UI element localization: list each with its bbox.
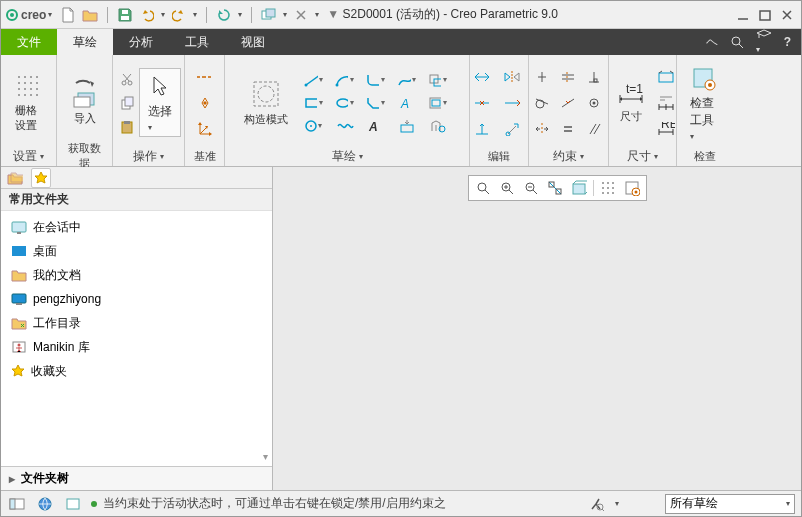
folder-working-dir[interactable]: 工作目录: [1, 311, 272, 335]
datum-point-icon[interactable]: [195, 93, 215, 113]
folder-tab-icon[interactable]: [5, 168, 25, 188]
help-icon[interactable]: ?: [784, 35, 791, 49]
coincident-icon[interactable]: [584, 93, 604, 113]
text2-icon[interactable]: A: [366, 116, 386, 136]
horizontal-icon[interactable]: [558, 67, 578, 87]
svg-point-78: [607, 187, 609, 189]
filter-combo[interactable]: 所有草绘▾: [665, 494, 795, 514]
rotate-resize-icon[interactable]: [502, 119, 522, 139]
zoom-in-icon[interactable]: [497, 178, 517, 198]
ref-dim-icon[interactable]: REF: [656, 119, 676, 139]
close-doc-icon[interactable]: [293, 7, 309, 23]
arc-icon[interactable]: ▾: [335, 70, 355, 90]
group-constraint-label[interactable]: 约束▾: [537, 146, 600, 166]
mirror-icon[interactable]: [502, 67, 522, 87]
folder-favorites[interactable]: 收藏夹: [1, 359, 272, 383]
text-icon[interactable]: A: [397, 93, 417, 113]
offset-icon[interactable]: ▾: [428, 70, 448, 90]
circle-icon[interactable]: ▾: [304, 116, 324, 136]
folder-desktop[interactable]: 桌面: [1, 239, 272, 263]
ellipse-icon[interactable]: ▾: [335, 93, 355, 113]
zoom-fit-icon[interactable]: [473, 178, 493, 198]
perimeter-dim-icon[interactable]: [656, 67, 676, 87]
tab-sketch[interactable]: 草绘: [57, 29, 113, 55]
status-window-icon[interactable]: [63, 494, 83, 514]
group-sketch-label[interactable]: 草绘▾: [233, 146, 461, 166]
search-icon[interactable]: [730, 35, 744, 49]
spline-icon[interactable]: ▾: [397, 70, 417, 90]
new-file-icon[interactable]: [60, 7, 76, 23]
folder-computer[interactable]: pengzhiyong: [1, 287, 272, 311]
group-settings-label[interactable]: 设置▾: [9, 146, 48, 166]
fillet-icon[interactable]: ▾: [366, 70, 386, 90]
equal-icon[interactable]: [558, 119, 578, 139]
baseline-dim-icon[interactable]: [656, 93, 676, 113]
save-icon[interactable]: [117, 7, 133, 23]
folder-documents[interactable]: 我的文档: [1, 263, 272, 287]
line-icon[interactable]: ▾: [304, 70, 324, 90]
file-menu[interactable]: 文件: [1, 29, 57, 55]
perpendicular-icon[interactable]: [584, 67, 604, 87]
group-dimension-label[interactable]: 尺寸▾: [617, 146, 668, 166]
divide-icon[interactable]: [472, 93, 492, 113]
import-button[interactable]: 导入: [64, 76, 106, 129]
scroll-indicator[interactable]: ▾: [263, 451, 268, 462]
centerline-icon[interactable]: [195, 67, 215, 87]
find-dropdown[interactable]: ▾: [615, 499, 619, 508]
svg-point-27: [128, 81, 132, 85]
rectangle-icon[interactable]: ▾: [304, 93, 324, 113]
cut-icon[interactable]: [117, 69, 137, 89]
regen-icon[interactable]: [216, 7, 232, 23]
display-style-icon[interactable]: [569, 178, 589, 198]
tab-analysis[interactable]: 分析: [113, 29, 169, 55]
grid-settings-button[interactable]: 栅格设置: [9, 70, 49, 136]
palette-icon[interactable]: [428, 116, 448, 136]
sketcher-display-icon[interactable]: [622, 178, 642, 198]
svg-point-21: [24, 94, 26, 96]
maximize-button[interactable]: [759, 9, 771, 21]
status-browser-icon[interactable]: [35, 494, 55, 514]
parallel-icon[interactable]: [584, 119, 604, 139]
folder-manikin[interactable]: Manikin 库: [1, 335, 272, 359]
windows-icon[interactable]: [261, 7, 277, 23]
learn-icon[interactable]: ▾: [756, 29, 772, 55]
folder-in-session[interactable]: 在会话中: [1, 215, 272, 239]
dimension-button[interactable]: t=1 尺寸: [610, 78, 652, 127]
tangent-icon[interactable]: [532, 93, 552, 113]
corner-icon[interactable]: [472, 119, 492, 139]
project-icon[interactable]: [397, 116, 417, 136]
sketch-canvas[interactable]: [273, 167, 801, 490]
midpoint-icon[interactable]: [558, 93, 578, 113]
redo-icon[interactable]: [171, 7, 187, 23]
svg-point-1: [10, 13, 14, 17]
collapse-ribbon-icon[interactable]: ヘ: [706, 34, 718, 51]
refit-icon[interactable]: [545, 178, 565, 198]
paste-icon[interactable]: [117, 117, 137, 137]
grid-display-icon[interactable]: [598, 178, 618, 198]
chamfer-icon[interactable]: ▾: [366, 93, 386, 113]
select-button[interactable]: 选择 ▾: [139, 68, 181, 137]
delete-seg-icon[interactable]: [502, 93, 522, 113]
inspect-button[interactable]: 检查工具 ▾: [684, 62, 726, 144]
folder-tree-header[interactable]: ▸文件夹树: [1, 466, 272, 490]
modify-icon[interactable]: [472, 67, 492, 87]
symmetric-icon[interactable]: [532, 119, 552, 139]
construction-mode-button[interactable]: 构造模式: [238, 75, 294, 130]
close-button[interactable]: [781, 9, 793, 21]
qat-customize[interactable]: ▾: [315, 10, 319, 19]
zoom-out-icon[interactable]: [521, 178, 541, 198]
spline2-icon[interactable]: [335, 116, 355, 136]
undo-icon[interactable]: [139, 7, 155, 23]
copy-icon[interactable]: [117, 93, 137, 113]
thicken-icon[interactable]: ▾: [428, 93, 448, 113]
favorites-tab-icon[interactable]: [31, 168, 51, 188]
tab-tools[interactable]: 工具: [169, 29, 225, 55]
status-model-tree-icon[interactable]: [7, 494, 27, 514]
coord-sys-icon[interactable]: [195, 119, 215, 139]
minimize-button[interactable]: [737, 9, 749, 21]
group-operate-label[interactable]: 操作▾: [121, 146, 176, 166]
open-file-icon[interactable]: [82, 7, 98, 23]
find-icon[interactable]: [587, 494, 607, 514]
tab-view[interactable]: 视图: [225, 29, 281, 55]
vertical-icon[interactable]: [532, 67, 552, 87]
